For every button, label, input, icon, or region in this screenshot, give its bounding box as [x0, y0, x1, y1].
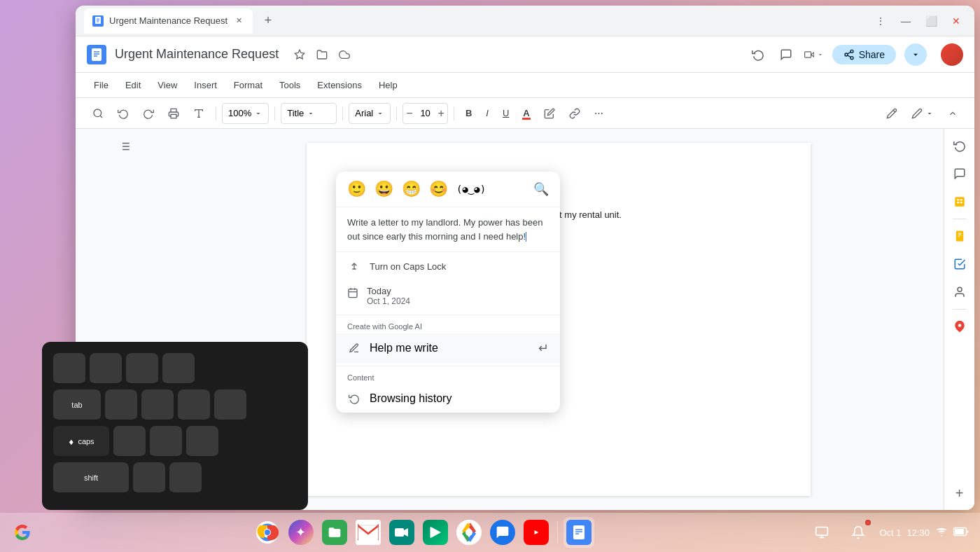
- maximize-button[interactable]: ⬜: [921, 11, 941, 31]
- undo-button[interactable]: [112, 105, 134, 122]
- right-sidebar-tasks[interactable]: [948, 253, 971, 275]
- emoji-grinning-big[interactable]: 😁: [402, 180, 421, 198]
- taskbar-files[interactable]: [319, 517, 350, 548]
- taskbar-youtube[interactable]: [521, 517, 552, 548]
- key-s[interactable]: [150, 426, 182, 458]
- cloud-icon-button[interactable]: [335, 45, 354, 64]
- key-z[interactable]: [133, 462, 165, 495]
- notification-icon[interactable]: [843, 517, 874, 548]
- taskbar-date[interactable]: Oct 1: [879, 527, 901, 538]
- key-placeholder-2[interactable]: [90, 353, 122, 385]
- menu-edit[interactable]: Edit: [118, 77, 148, 93]
- today-label: Today: [367, 286, 410, 296]
- minimize-button[interactable]: —: [896, 11, 916, 31]
- taskbar-docs[interactable]: [564, 517, 594, 548]
- right-sidebar-comment[interactable]: [948, 163, 971, 185]
- key-placeholder-4[interactable]: [162, 353, 195, 385]
- menu-tools[interactable]: Tools: [272, 77, 307, 93]
- decrease-font-btn[interactable]: −: [406, 107, 412, 120]
- menu-view[interactable]: View: [150, 77, 184, 93]
- key-placeholder-3[interactable]: [126, 353, 158, 385]
- share-button[interactable]: Share: [832, 45, 896, 64]
- taskbar-gmail[interactable]: [353, 517, 384, 548]
- style-dropdown[interactable]: Title: [281, 103, 337, 124]
- svg-line-14: [847, 55, 850, 57]
- emoji-grinning[interactable]: 😀: [374, 180, 393, 198]
- new-tab-button[interactable]: +: [258, 11, 278, 31]
- right-sidebar-keep[interactable]: [948, 225, 971, 247]
- clear-format-button[interactable]: [881, 105, 903, 122]
- right-sidebar-sheets[interactable]: [948, 191, 971, 213]
- tab-key[interactable]: tab: [53, 389, 101, 422]
- zoom-dropdown[interactable]: 100%: [222, 103, 269, 124]
- browser-tab[interactable]: Urgent Maintenance Request ✕: [84, 8, 253, 34]
- taskbar-playstore[interactable]: [420, 517, 451, 548]
- menu-help[interactable]: Help: [372, 77, 405, 93]
- help-me-write-item[interactable]: Help me write ↵: [336, 333, 560, 363]
- taskbar-assistant[interactable]: ✦: [286, 517, 316, 548]
- taskbar-photos[interactable]: [454, 517, 484, 548]
- print-button[interactable]: [162, 105, 185, 122]
- font-dropdown[interactable]: Arial: [349, 103, 391, 124]
- comment-icon-button[interactable]: [776, 45, 796, 64]
- wifi-icon[interactable]: [935, 525, 948, 540]
- search-toolbar-button[interactable]: [87, 105, 109, 122]
- emoji-search-icon[interactable]: 🔍: [533, 181, 549, 197]
- right-sidebar-add-button[interactable]: +: [948, 482, 971, 504]
- right-sidebar-history[interactable]: [948, 134, 971, 157]
- underline-button[interactable]: U: [497, 105, 514, 121]
- profile-avatar[interactable]: [941, 43, 963, 66]
- key-d[interactable]: [186, 426, 218, 458]
- redo-button[interactable]: [137, 105, 160, 122]
- history-icon-button[interactable]: [748, 45, 768, 64]
- autocomplete-text-input[interactable]: Write a letter to my landlord. My power …: [336, 207, 560, 252]
- caps-lock-item[interactable]: Turn on Caps Lock: [336, 252, 560, 280]
- taskbar-chat[interactable]: [487, 517, 518, 548]
- menu-file[interactable]: File: [87, 77, 115, 93]
- emoji-slightly-smiling[interactable]: 🙂: [347, 180, 366, 198]
- menu-insert[interactable]: Insert: [187, 77, 224, 93]
- key-q[interactable]: [105, 389, 137, 422]
- right-sidebar-maps[interactable]: [948, 315, 971, 338]
- link-button[interactable]: [564, 105, 586, 122]
- taskbar-chrome[interactable]: [252, 517, 283, 548]
- right-sidebar-contacts[interactable]: [948, 281, 971, 303]
- key-placeholder-1[interactable]: [53, 353, 85, 385]
- key-e[interactable]: [178, 389, 210, 422]
- share-dropdown-button[interactable]: [904, 43, 927, 66]
- folder-icon-button[interactable]: [312, 45, 332, 64]
- text-color-button[interactable]: A: [517, 105, 535, 121]
- more-options-button[interactable]: ⋮: [871, 11, 890, 31]
- menu-extensions[interactable]: Extensions: [310, 77, 369, 93]
- edit-button[interactable]: [906, 105, 939, 122]
- spelling-button[interactable]: [188, 105, 210, 122]
- emoji-smiling[interactable]: 😊: [429, 180, 448, 198]
- key-a[interactable]: [113, 426, 146, 458]
- today-item[interactable]: Today Oct 1, 2024: [336, 280, 560, 312]
- caps-diamond-icon: ⬧: [68, 435, 75, 448]
- key-w[interactable]: [141, 389, 174, 422]
- collapse-toolbar-button[interactable]: [942, 106, 963, 121]
- close-window-button[interactable]: ✕: [946, 11, 966, 31]
- italic-button[interactable]: I: [480, 105, 494, 121]
- key-r[interactable]: [214, 389, 246, 422]
- tab-close-button[interactable]: ✕: [233, 15, 244, 27]
- shift-key[interactable]: shift: [53, 462, 129, 495]
- font-size-input[interactable]: [414, 108, 437, 118]
- screencast-icon[interactable]: [806, 517, 837, 548]
- highlight-button[interactable]: [538, 105, 561, 122]
- increase-font-btn[interactable]: +: [438, 107, 444, 120]
- font-size-control[interactable]: − +: [402, 103, 448, 124]
- bold-button[interactable]: B: [460, 105, 477, 121]
- browsing-history-item[interactable]: Browsing history: [336, 385, 560, 413]
- meet-icon-button[interactable]: [804, 45, 824, 64]
- star-icon-button[interactable]: [290, 45, 309, 64]
- key-x[interactable]: [169, 462, 202, 495]
- taskbar-meet[interactable]: [386, 517, 417, 548]
- battery-icon[interactable]: [953, 527, 969, 539]
- emoji-kaomoji[interactable]: (◕‿◕): [456, 184, 486, 195]
- caps-lock-key[interactable]: ⬧ caps: [53, 426, 109, 458]
- menu-format[interactable]: Format: [227, 77, 270, 93]
- more-format-button[interactable]: ⋯: [589, 105, 609, 121]
- taskbar-google[interactable]: [11, 521, 34, 544]
